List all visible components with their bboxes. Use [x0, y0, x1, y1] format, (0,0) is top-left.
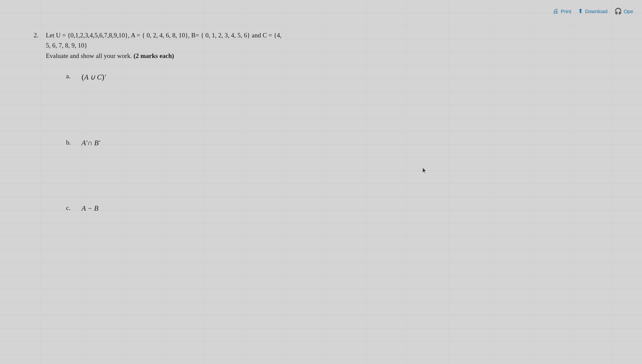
part-a-expression: (A ∪ C)′	[82, 71, 106, 84]
print-button[interactable]: 🖨 Print	[551, 6, 573, 16]
part-b-label: b.	[66, 138, 77, 148]
toolbar: 🖨 Print ⬆ Download 🎧 Ope	[544, 0, 642, 22]
part-a: a. (A ∪ C)′	[66, 71, 608, 84]
part-c-expression: A − B	[82, 203, 98, 214]
question-instruction: Evaluate and show all your work. (2 mark…	[46, 51, 608, 61]
question-text-line2: 5, 6, 7, 8, 9, 10}	[46, 40, 608, 51]
marks-text: (2 marks each)	[133, 52, 174, 59]
download-icon: ⬆	[578, 7, 583, 15]
part-c-label: c.	[66, 203, 77, 213]
part-b: b. A′∩ B′	[66, 138, 608, 149]
content-area: 2. Let U = {0,1,2,3,4,5,6,7,8,9,10}, A =…	[34, 24, 608, 275]
question-2: 2. Let U = {0,1,2,3,4,5,6,7,8,9,10}, A =…	[34, 30, 608, 268]
part-c: c. A − B	[66, 203, 608, 214]
print-label: Print	[561, 8, 571, 14]
print-icon: 🖨	[553, 8, 559, 15]
headphone-icon: 🎧	[614, 7, 622, 15]
parts-container: a. (A ∪ C)′ b. A′∩ B′ c. A − B	[46, 71, 608, 214]
question-text-line1: Let U = {0,1,2,3,4,5,6,7,8,9,10}, A = { …	[46, 30, 608, 40]
question-body: Let U = {0,1,2,3,4,5,6,7,8,9,10}, A = { …	[46, 30, 608, 268]
download-label: Download	[585, 8, 608, 14]
download-button[interactable]: ⬆ Download	[576, 6, 610, 16]
open-label: Ope	[624, 8, 633, 14]
open-button[interactable]: 🎧 Ope	[612, 6, 635, 16]
question-number: 2.	[34, 30, 43, 268]
part-a-label: a.	[66, 71, 77, 81]
instruction-text: Evaluate and show all your work.	[46, 52, 132, 59]
part-b-expression: A′∩ B′	[82, 138, 100, 149]
